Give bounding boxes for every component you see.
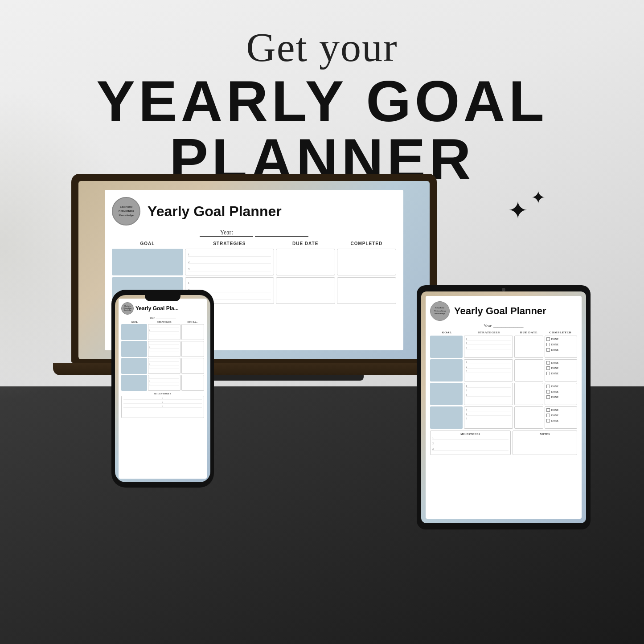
- tablet-bottom-row: MILESTONES 1 2 3 NOTES: [430, 431, 577, 455]
- laptop-planner-header: Charlotte Networking Knowledge Yearly Go…: [112, 197, 396, 226]
- tablet-strat-4: 1 2 3: [464, 406, 513, 429]
- laptop-year-underline: [255, 229, 308, 237]
- phone-due-4: [181, 375, 204, 391]
- phone-screen: CharlotteNetworkingKnowledge Yearly Goal…: [115, 295, 210, 482]
- page-wrapper: Get your YEARLY GOAL PLANNER ✦ ✦ ✦ ✦ Cha…: [0, 0, 644, 644]
- tablet-planner-doc: CharlotteNetworkingKnowledge Yearly Goal…: [426, 296, 582, 519]
- tablet-logo-badge: CharlotteNetworkingKnowledge: [430, 301, 450, 321]
- phone-due-3: [181, 358, 204, 374]
- laptop-strat-line-3: 3: [188, 267, 271, 271]
- laptop-strat-line-2: 2: [188, 260, 271, 264]
- phone-row-1: 1 2 3: [121, 324, 204, 340]
- phone-goal-1: [121, 324, 147, 340]
- tablet-strat-3: 1 2 3: [464, 383, 513, 405]
- tablet-th-due: DUE DATE: [514, 331, 544, 334]
- phone-goal-4: [121, 375, 147, 391]
- phone-goal-2: [121, 341, 147, 357]
- script-heading: Get your: [0, 27, 644, 68]
- tablet-notes-label: NOTES: [515, 433, 575, 435]
- tablet-device: CharlotteNetworkingKnowledge Yearly Goal…: [417, 285, 591, 529]
- tablet-row-4: 1 2 3 DONE DONE DONE: [430, 406, 577, 429]
- laptop-planner-title: Yearly Goal Planner: [148, 203, 282, 220]
- tablet-goal-1: [430, 336, 463, 358]
- tablet-screen: CharlotteNetworkingKnowledge Yearly Goal…: [421, 291, 586, 523]
- laptop-strat-line-1: 1: [188, 253, 271, 257]
- tablet-planner-title: Yearly Goal Planner: [454, 305, 546, 317]
- laptop-th-due-date: DUE DATE: [276, 241, 335, 246]
- tablet-due-4: [514, 406, 543, 429]
- tablet-row-2: 1 2 3 DONE DONE DONE: [430, 359, 577, 381]
- tablet-due-2: [514, 359, 543, 381]
- phone-notch: [145, 295, 180, 301]
- phone-year-line: Year: _______________: [121, 316, 204, 319]
- phone-strat-3: 1 2 3: [148, 358, 180, 374]
- tablet-due-1: [514, 336, 543, 358]
- phone-device: CharlotteNetworkingKnowledge Yearly Goal…: [111, 290, 214, 488]
- laptop-due-cell-1: [276, 249, 335, 275]
- main-heading-line1: YEARLY GOAL: [0, 72, 644, 130]
- laptop-th-strategies: STRATEGIES: [185, 241, 274, 246]
- tablet-outer: CharlotteNetworkingKnowledge Yearly Goal…: [417, 285, 591, 529]
- tablet-strat-1: 1 2 3: [464, 336, 513, 358]
- laptop-th-goal: GOAL: [112, 241, 183, 246]
- tablet-camera: [502, 288, 505, 291]
- phone-goal-3: [121, 358, 147, 374]
- laptop-th-completed: COMPLETED: [337, 241, 396, 246]
- tablet-th-row: GOAL STRATEGIES DUE DATE COMPLETED: [430, 331, 577, 334]
- phone-planner-title: Yearly Goal Pla...: [135, 305, 179, 312]
- phone-milestones-label: MILESTONES: [121, 393, 204, 395]
- phone-milestones-box: 1 2 3: [121, 396, 204, 418]
- tablet-milestones-label: MILESTONES: [432, 433, 509, 435]
- tablet-th-strategies: STRATEGIES: [464, 331, 514, 334]
- tablet-milestones-section: MILESTONES 1 2 3: [430, 431, 511, 455]
- phone-due-1: [181, 324, 204, 340]
- tablet-done-1: DONE DONE DONE: [545, 336, 577, 358]
- phone-planner-doc: CharlotteNetworkingKnowledge Yearly Goal…: [119, 299, 207, 479]
- phone-logo-badge: CharlotteNetworkingKnowledge: [121, 302, 134, 315]
- tablet-done-3: DONE DONE DONE: [545, 383, 577, 405]
- tablet-done-4: DONE DONE DONE: [545, 406, 577, 429]
- phone-milestones: MILESTONES 1 2 3: [121, 393, 204, 418]
- phone-th-goal: GOAL: [121, 321, 148, 323]
- laptop-logo-badge: Charlotte Networking Knowledge: [112, 197, 140, 226]
- phone-th-due: DUE DA...: [181, 321, 204, 323]
- tablet-strat-2: 1 2 3: [464, 359, 513, 381]
- phone-th-strategies: STRATEGIES: [148, 321, 181, 323]
- tablet-header: CharlotteNetworkingKnowledge Yearly Goal…: [430, 301, 577, 321]
- phone-strat-1: 1 2 3: [148, 324, 180, 340]
- tablet-notes-section: NOTES: [513, 431, 577, 455]
- phone-row-4: 1 2 3: [121, 375, 204, 391]
- phone-row-2: 1 2 3: [121, 341, 204, 357]
- tablet-th-completed: COMPLETED: [544, 331, 577, 334]
- laptop-due-cell-2: [276, 277, 335, 304]
- tablet-row-3: 1 2 3 DONE DONE DONE: [430, 383, 577, 405]
- laptop-strat-cell-1: 1 2 3: [185, 249, 274, 275]
- phone-header: CharlotteNetworkingKnowledge Yearly Goal…: [121, 302, 204, 315]
- laptop-goal-cell-1: [112, 249, 183, 275]
- laptop-table-headers: GOAL STRATEGIES DUE DATE COMPLETED: [112, 241, 396, 246]
- tablet-row-1: 1 2 3 DONE DONE DONE: [430, 336, 577, 358]
- tablet-goal-3: [430, 383, 463, 405]
- phone-row-3: 1 2 3: [121, 358, 204, 374]
- phone-outer: CharlotteNetworkingKnowledge Yearly Goal…: [111, 290, 214, 488]
- tablet-year-line: Year: _______________: [430, 324, 577, 328]
- laptop-completed-cell-1: [337, 249, 396, 275]
- tablet-due-3: [514, 383, 543, 405]
- phone-th-row: GOAL STRATEGIES DUE DA...: [121, 321, 204, 323]
- tablet-goal-2: [430, 359, 463, 381]
- phone-strat-4: 1 2 3: [148, 375, 180, 391]
- laptop-year-line: Year:: [112, 229, 396, 237]
- tablet-done-2: DONE DONE DONE: [545, 359, 577, 381]
- tablet-goal-4: [430, 406, 463, 429]
- heading-area: Get your YEARLY GOAL PLANNER: [0, 27, 644, 188]
- laptop-completed-cell-2: [337, 277, 396, 304]
- tablet-th-goal: GOAL: [430, 331, 464, 334]
- laptop-year-label: Year:: [200, 229, 253, 237]
- phone-due-2: [181, 341, 204, 357]
- laptop-logo-text: Charlotte Networking Knowledge: [115, 203, 138, 219]
- phone-strat-2: 1 2 3: [148, 341, 180, 357]
